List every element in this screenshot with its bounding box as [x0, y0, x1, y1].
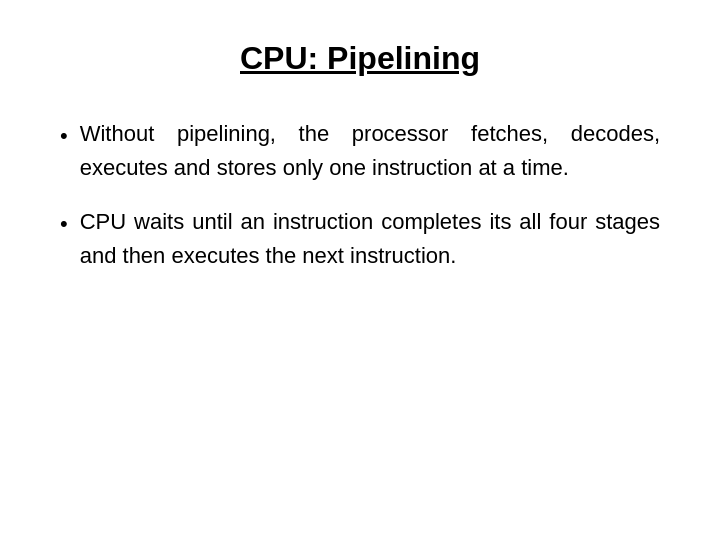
bullet-point-1: • — [60, 119, 68, 153]
list-item: • Without pipelining, the processor fetc… — [60, 117, 660, 185]
bullet-point-2: • — [60, 207, 68, 241]
bullet-text-1: Without pipelining, the processor fetche… — [80, 117, 660, 185]
list-item: • CPU waits until an instruction complet… — [60, 205, 660, 273]
content-area: • Without pipelining, the processor fetc… — [60, 117, 660, 293]
bullet-text-2: CPU waits until an instruction completes… — [80, 205, 660, 273]
page-title: CPU: Pipelining — [240, 40, 480, 77]
